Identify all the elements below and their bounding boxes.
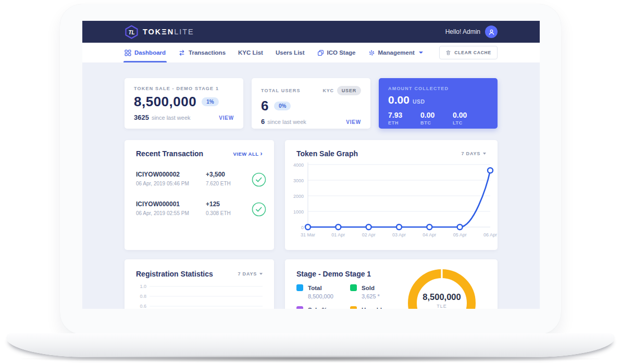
registration-range-dropdown[interactable]: 7 DAYS — [238, 271, 263, 277]
token-sale-graph-card: Token Sale Graph 7 DAYS 0100020003000400… — [285, 140, 498, 250]
transaction-crypto-amount: 0.308 ETH — [206, 210, 252, 216]
transaction-status-icon — [252, 202, 266, 219]
gauge-center-unit: TLE — [437, 304, 447, 309]
token-sale-delta: 3625 — [134, 114, 149, 121]
tab-label: Transactions — [189, 49, 226, 56]
total-users-label: TOTAL USERS — [261, 88, 301, 93]
amount-usd-value: 0.00 — [388, 94, 409, 106]
tab-ico-stage[interactable]: ICO Stage — [317, 43, 356, 62]
svg-text:31 Mar: 31 Mar — [301, 232, 315, 237]
kyc-toggle[interactable]: KYC — [322, 88, 333, 93]
user-avatar[interactable] — [485, 26, 498, 38]
check-circle-icon — [252, 202, 266, 217]
gear-icon — [368, 49, 375, 56]
registration-statistics-title: Registration Statistics — [136, 270, 213, 278]
app-screen: TL TOKΞNLITE Hello! Admin — [82, 21, 540, 309]
token-sale-view-link[interactable]: VIEW — [219, 115, 234, 121]
amount-btc: 0.00 BTC — [420, 111, 453, 125]
tab-label: Management — [378, 49, 415, 56]
amount-usd-unit: USD — [413, 98, 425, 105]
clear-cache-button[interactable]: CLEAR CACHE — [439, 46, 498, 59]
exchange-arrows-icon — [178, 49, 185, 56]
main-menu: Dashboard Transactions KYC List — [82, 43, 540, 62]
tab-kyc-list[interactable]: KYC List — [238, 43, 263, 62]
total-users-view-link[interactable]: VIEW — [346, 119, 361, 125]
token-sale-value: 8,500,000 — [134, 94, 196, 110]
chevron-right-icon: › — [260, 150, 263, 157]
transaction-row[interactable]: ICIYOW000001 06 Apr, 2019 02:55 PM +125 … — [136, 195, 266, 224]
laptop-shadow — [21, 355, 600, 362]
tab-users-list[interactable]: Users List — [276, 43, 305, 62]
tab-management[interactable]: Management — [368, 43, 423, 62]
token-sale-chart: 0100020003000400031 Mar01 Apr02 Apr03 Ap… — [285, 160, 498, 243]
stage-card: Stage - Demo Stage 1 Total 8,500,000 Sol… — [285, 259, 498, 309]
check-circle-icon — [252, 172, 266, 187]
brand-name: TOKΞNLITE — [143, 28, 194, 36]
layers-icon — [317, 49, 324, 56]
token-sale-card: TOKEN SALE - DEMO STAGE 1 8,500,000 1% 3… — [125, 78, 243, 129]
laptop-mockup: TL TOKΞNLITE Hello! Admin — [0, 0, 621, 364]
total-users-value: 6 — [261, 98, 269, 114]
svg-text:TL: TL — [128, 29, 134, 35]
svg-text:03 Apr: 03 Apr — [392, 232, 406, 237]
clear-cache-label: CLEAR CACHE — [454, 50, 491, 55]
transaction-amount: +3,500 — [206, 171, 252, 178]
svg-text:0.8: 0.8 — [140, 294, 146, 299]
svg-text:01 Apr: 01 Apr — [331, 232, 345, 237]
tab-transactions[interactable]: Transactions — [178, 43, 226, 62]
tab-dashboard[interactable]: Dashboard — [125, 43, 166, 62]
chevron-down-icon — [259, 273, 263, 275]
svg-text:2000: 2000 — [293, 194, 304, 199]
tokenlite-logo-icon: TL — [125, 25, 139, 39]
amount-collected-card: AMOUNT COLLECTED 0.00 USD 7.93 ETH 0.00 — [379, 78, 498, 129]
svg-text:3000: 3000 — [293, 178, 304, 183]
tab-label: Users List — [276, 49, 305, 56]
user-toggle[interactable]: USER — [337, 86, 361, 95]
registration-chart: 1.00.80.6 — [136, 281, 263, 309]
chevron-down-icon — [419, 52, 423, 54]
transaction-amount: +125 — [206, 200, 252, 208]
amount-ltc: 0.00 LTC — [453, 111, 485, 125]
trash-icon — [445, 49, 451, 56]
recent-transactions-title: Recent Transaction — [136, 149, 203, 158]
total-users-card: TOTAL USERS KYC USER 6 0% 6 si — [252, 78, 370, 129]
person-icon — [488, 28, 495, 36]
transaction-row[interactable]: ICIYOW000002 06 Apr, 2019 05:46 PM +3,50… — [136, 165, 266, 195]
stage-legend-item: Sold 3,625 * — [350, 284, 404, 299]
recent-transactions-card: Recent Transaction VIEW ALL › ICIYOW0000… — [125, 140, 274, 250]
gauge-center-value: 8,500,000 — [423, 292, 461, 302]
amount-eth: 7.93 ETH — [388, 111, 420, 125]
stage-legend-item: Sale % — [296, 306, 350, 309]
token-sale-percent-badge: 1% — [202, 97, 218, 106]
svg-text:0.6: 0.6 — [140, 304, 146, 309]
registration-statistics-card: Registration Statistics 7 DAYS 1.00.80.6 — [125, 259, 274, 309]
grid-icon — [125, 49, 131, 56]
token-sale-label: TOKEN SALE - DEMO STAGE 1 — [134, 86, 234, 91]
svg-text:04 Apr: 04 Apr — [423, 232, 436, 237]
gauge-sold-notch — [441, 268, 442, 279]
stage-legend-item: Total 8,500,000 — [296, 284, 350, 299]
svg-text:02 Apr: 02 Apr — [362, 232, 376, 237]
total-users-delta: 6 — [261, 118, 265, 125]
tab-label: ICO Stage — [327, 49, 356, 56]
legend-swatch-sold — [350, 284, 357, 291]
svg-text:06 Apr: 06 Apr — [483, 232, 497, 237]
dashboard-content: TOKEN SALE - DEMO STAGE 1 8,500,000 1% 3… — [82, 62, 540, 309]
transaction-date: 06 Apr, 2019 02:55 PM — [136, 210, 206, 216]
transaction-id: ICIYOW000002 — [136, 171, 206, 178]
tab-label: Dashboard — [134, 49, 166, 56]
view-all-link[interactable]: VIEW ALL › — [233, 150, 266, 157]
chevron-down-icon — [483, 153, 486, 155]
transaction-date: 06 Apr, 2019 05:46 PM — [136, 181, 206, 186]
transaction-crypto-amount: 7.620 ETH — [206, 181, 252, 186]
laptop-base — [6, 333, 615, 357]
total-users-delta-text: since last week — [267, 119, 306, 125]
greeting-text: Hello! Admin — [445, 28, 480, 35]
transaction-id: ICIYOW000001 — [136, 200, 206, 208]
total-users-percent-badge: 0% — [274, 102, 291, 110]
svg-text:0: 0 — [301, 225, 304, 230]
tab-label: KYC List — [238, 49, 263, 56]
token-graph-range-dropdown[interactable]: 7 DAYS — [462, 151, 487, 156]
transaction-status-icon — [252, 172, 266, 189]
svg-text:1.0: 1.0 — [140, 284, 146, 289]
